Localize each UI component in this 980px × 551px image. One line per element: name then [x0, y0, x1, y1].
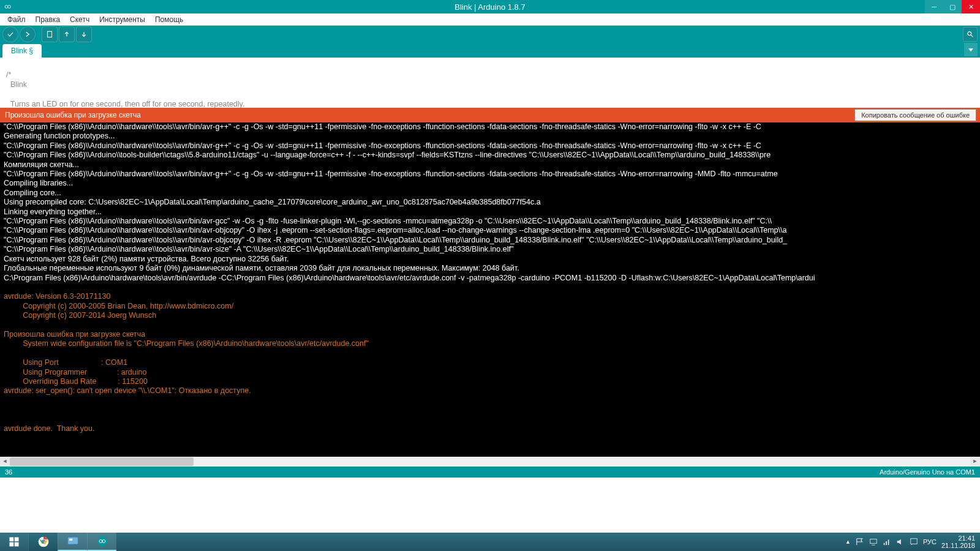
status-bar: 36 Arduino/Genuino Uno на COM1: [0, 467, 980, 478]
volume-icon[interactable]: [896, 538, 905, 546]
console-line: "C:\\Program Files (x86)\\Arduino\\hardw…: [4, 245, 976, 254]
menu-edit[interactable]: Правка: [31, 14, 66, 25]
console-line: Linking everything together...: [4, 208, 976, 217]
console-line: Overriding Baud Rate : 115200: [4, 377, 976, 386]
horizontal-scrollbar[interactable]: ◄ ►: [0, 457, 980, 467]
editor-line: Turns an LED on for one second, then off…: [6, 100, 244, 108]
clock-date: 21.11.2018: [941, 542, 975, 549]
console-line: [4, 433, 976, 443]
console-line: [4, 349, 976, 358]
taskbar-chrome[interactable]: [28, 533, 58, 551]
action-center-icon[interactable]: [910, 538, 918, 546]
upload-button[interactable]: [20, 26, 36, 42]
start-button[interactable]: [0, 533, 28, 551]
flag-icon[interactable]: [856, 538, 864, 546]
console-line: [4, 396, 976, 405]
status-line-number: 36: [5, 468, 12, 476]
console-line: "C:\\Program Files (x86)\\Arduino\\hardw…: [4, 141, 976, 151]
taskbar-arduino[interactable]: [87, 533, 116, 551]
arduino-app-icon: [0, 0, 13, 13]
console-line: Компиляция скетча...: [4, 160, 976, 170]
tray-up-icon[interactable]: ▲: [845, 539, 851, 545]
svg-rect-11: [69, 539, 72, 541]
console-line: Глобальные переменные используют 9 байт …: [4, 264, 976, 273]
scroll-right-arrow[interactable]: ►: [970, 457, 980, 467]
taskbar-app-1[interactable]: [58, 533, 87, 551]
svg-marker-3: [968, 48, 973, 51]
sketch-tab[interactable]: Blink §: [2, 44, 42, 58]
svg-rect-0: [48, 31, 52, 37]
menu-sketch[interactable]: Скетч: [65, 14, 94, 25]
editor-line: Blink: [6, 80, 27, 89]
console-line: "C:\\Program Files (x86)\\Arduino\\hardw…: [4, 122, 976, 132]
svg-rect-4: [10, 538, 14, 542]
toolbar: [0, 26, 980, 43]
window-close-button[interactable]: ✕: [962, 0, 980, 13]
console-line: Compiling libraries...: [4, 179, 976, 188]
svg-line-2: [971, 35, 973, 37]
console-line: "C:\\Program Files (x86)\\Arduino\\hardw…: [4, 236, 976, 245]
status-board-port: Arduino/Genuino Uno на COM1: [880, 468, 975, 476]
console-line: Copyright (c) 2007-2014 Joerg Wunsch: [4, 311, 976, 320]
svg-rect-13: [870, 539, 877, 544]
svg-rect-7: [15, 542, 19, 547]
console-line: avrdude done. Thank you.: [4, 424, 976, 433]
svg-rect-14: [884, 543, 885, 545]
window-minimize-button[interactable]: ─: [925, 0, 943, 13]
scroll-thumb[interactable]: [10, 457, 194, 466]
console-line: C:\Program Files (x86)\Arduino\hardware\…: [4, 274, 976, 283]
language-indicator[interactable]: РУС: [923, 538, 937, 545]
console-line: "C:\\Program Files (x86)\\Arduino\\hardw…: [4, 217, 976, 226]
console-line: avrdude: ser_open(): can't open device "…: [4, 386, 976, 395]
serial-monitor-button[interactable]: [963, 27, 978, 42]
save-button[interactable]: [76, 26, 92, 42]
console-line: "C:\\Program Files (x86)\\Arduino\\tools…: [4, 151, 976, 160]
window-maximize-button[interactable]: ▢: [943, 0, 962, 13]
error-message: Произошла ошибка при загрузке скетча: [5, 111, 141, 119]
verify-button[interactable]: [2, 26, 18, 42]
console-line: "C:\\Program Files (x86)\\Arduino\\hardw…: [4, 226, 976, 235]
console-line: Copyright (c) 2000-2005 Brian Dean, http…: [4, 302, 976, 311]
windows-taskbar: ▲ РУС 21:41 21.11.2018: [0, 533, 980, 551]
system-tray: ▲ РУС 21:41 21.11.2018: [845, 533, 980, 551]
svg-point-1: [968, 32, 971, 36]
console-line: [4, 321, 976, 330]
error-bar: Произошла ошибка при загрузке скетча Коп…: [0, 108, 980, 122]
new-button[interactable]: [42, 26, 58, 42]
taskbar-clock[interactable]: 21:41 21.11.2018: [941, 534, 975, 549]
clock-time: 21:41: [941, 534, 975, 542]
svg-rect-5: [15, 538, 19, 542]
window-titlebar: Blink | Arduino 1.8.7 ─ ▢ ✕: [0, 0, 980, 13]
svg-rect-17: [911, 539, 918, 544]
open-button[interactable]: [59, 26, 75, 42]
svg-rect-10: [67, 537, 78, 544]
copy-error-button[interactable]: Копировать сообщение об ошибке: [854, 109, 976, 121]
menu-help[interactable]: Помощь: [150, 14, 188, 25]
console-line: Using Port : COM1: [4, 358, 976, 367]
console-line: [4, 405, 976, 414]
menu-tools[interactable]: Инструменты: [94, 14, 150, 25]
editor-line: /*: [6, 70, 11, 79]
code-editor[interactable]: /* Blink Turns an LED on for one second,…: [0, 58, 980, 108]
svg-rect-6: [10, 542, 14, 547]
svg-rect-15: [886, 541, 887, 545]
console-line: Произошла ошибка при загрузке скетча: [4, 330, 976, 339]
window-title: Blink | Arduino 1.8.7: [454, 2, 525, 12]
scroll-left-arrow[interactable]: ◄: [0, 457, 10, 467]
console-line: Using precompiled core: C:\Users\82EC~1\…: [4, 198, 976, 207]
network-icon[interactable]: [883, 538, 891, 546]
console-line: "C:\\Program Files (x86)\\Arduino\\hardw…: [4, 170, 976, 179]
console-line: Generating function prototypes...: [4, 132, 976, 141]
menu-file[interactable]: Файл: [2, 14, 31, 25]
menu-bar: Файл Правка Скетч Инструменты Помощь: [0, 13, 980, 26]
devices-icon[interactable]: [869, 538, 878, 546]
svg-rect-16: [888, 540, 889, 545]
tab-bar: Blink §: [0, 43, 980, 58]
console-line: System wide configuration file is "C:\Pr…: [4, 339, 976, 348]
console-output[interactable]: "C:\\Program Files (x86)\\Arduino\\hardw…: [0, 122, 980, 467]
console-line: avrdude: Version 6.3-20171130: [4, 292, 976, 301]
tab-menu-button[interactable]: [964, 43, 978, 56]
console-line: [4, 283, 976, 292]
console-line: Using Programmer : arduino: [4, 368, 976, 377]
console-line: Compiling core...: [4, 189, 976, 198]
